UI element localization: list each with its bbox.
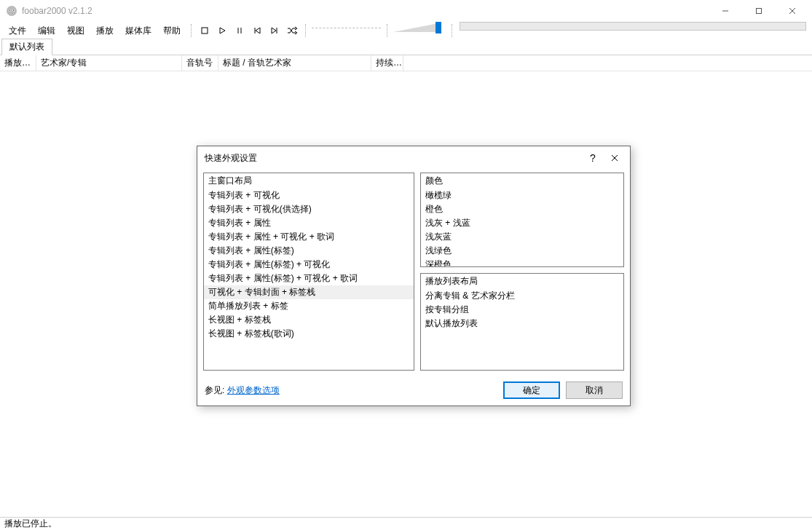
see-also-row: 参见: 外观参数选项 <box>205 384 497 397</box>
column-artist-album[interactable]: 艺术家/专辑 <box>36 55 182 71</box>
svg-rect-9 <box>202 28 208 33</box>
list-item[interactable]: 专辑列表 + 属性(标签) + 可视化 <box>204 258 414 272</box>
see-also-label: 参见: <box>205 385 224 395</box>
svg-point-4 <box>13 9 14 10</box>
playlist-layout-items[interactable]: 分离专辑 & 艺术家分栏按专辑分组默认播放列表 <box>421 289 623 370</box>
list-item[interactable]: 按专辑分组 <box>421 303 623 317</box>
column-playing[interactable]: 播放… <box>0 55 36 71</box>
list-item[interactable]: 橄榄绿 <box>421 189 623 202</box>
list-item[interactable]: 橙色 <box>421 202 623 216</box>
list-item[interactable]: 浅绿色 <box>421 244 623 258</box>
svg-point-0 <box>7 6 17 16</box>
maximize-button[interactable] <box>742 0 776 22</box>
list-item[interactable]: 浅灰 + 浅蓝 <box>421 216 623 230</box>
seek-slider[interactable] <box>312 22 381 33</box>
separator <box>304 22 307 39</box>
svg-marker-10 <box>220 28 225 33</box>
menu-file[interactable]: 文件 <box>3 23 32 39</box>
dialog-footer: 参见: 外观参数选项 确定 取消 <box>197 375 630 406</box>
separator <box>450 22 454 39</box>
list-item[interactable]: 专辑列表 + 可视化 <box>204 189 414 202</box>
minimize-button[interactable] <box>709 0 742 22</box>
column-track-no[interactable]: 音轨号 <box>182 55 218 71</box>
playlist-column-headers: 播放… 艺术家/专辑 音轨号 标题 / 音轨艺术家 持续… <box>0 55 812 71</box>
svg-marker-17 <box>393 23 438 32</box>
cancel-button[interactable]: 取消 <box>566 381 623 399</box>
playback-progress-bar[interactable] <box>460 22 806 31</box>
menu-library[interactable]: 媒体库 <box>119 23 157 39</box>
separator <box>385 22 389 39</box>
dialog-close-button[interactable] <box>604 149 626 167</box>
list-item[interactable]: 专辑列表 + 可视化(供选择) <box>204 202 414 216</box>
menu-edit[interactable]: 编辑 <box>32 23 61 39</box>
pause-button[interactable] <box>232 23 248 39</box>
menu-bar: 文件 编辑 视图 播放 媒体库 帮助 <box>0 22 189 39</box>
status-text: 播放已停止。 <box>4 518 57 530</box>
dialog-help-button[interactable]: ? <box>582 149 604 167</box>
list-item[interactable]: 长视图 + 标签栈(歌词) <box>204 327 414 341</box>
list-item[interactable]: 专辑列表 + 属性(标签) + 可视化 + 歌词 <box>204 272 414 285</box>
list-item[interactable]: 专辑列表 + 属性 <box>204 216 414 230</box>
close-button[interactable] <box>776 0 809 22</box>
app-icon <box>6 5 17 17</box>
dialog-title: 快速外观设置 <box>205 152 582 165</box>
tab-default-playlist[interactable]: 默认列表 <box>1 39 52 55</box>
column-duration[interactable]: 持续… <box>371 55 403 71</box>
volume-thumb[interactable] <box>435 22 441 33</box>
random-button[interactable] <box>284 23 300 39</box>
main-layout-header: 主窗口布局 <box>204 173 414 189</box>
menu-playback[interactable]: 播放 <box>90 23 119 39</box>
list-item[interactable]: 专辑列表 + 属性 + 可视化 + 歌词 <box>204 230 414 244</box>
list-item[interactable]: 深橙色 <box>421 258 623 266</box>
playlist-tabstrip: 默认列表 <box>0 39 812 55</box>
playback-toolbar <box>193 22 304 39</box>
svg-rect-6 <box>757 9 762 14</box>
list-item[interactable]: 专辑列表 + 属性(标签) <box>204 244 414 258</box>
dialog-titlebar: 快速外观设置 ? <box>197 146 630 170</box>
quick-appearance-dialog: 快速外观设置 ? 主窗口布局 专辑列表 + 可视化专辑列表 + 可视化(供选择)… <box>197 146 631 406</box>
list-item[interactable]: 可视化 + 专辑封面 + 标签栈 <box>204 285 414 299</box>
column-title-artist[interactable]: 标题 / 音轨艺术家 <box>218 55 371 71</box>
menu-help[interactable]: 帮助 <box>157 23 186 39</box>
playlist-layout-header: 播放列表布局 <box>421 274 623 289</box>
status-bar: 播放已停止。 <box>0 517 812 530</box>
dialog-body: 主窗口布局 专辑列表 + 可视化专辑列表 + 可视化(供选择)专辑列表 + 属性… <box>197 170 630 375</box>
title-bar: foobar2000 v2.1.2 <box>0 0 812 22</box>
stop-button[interactable] <box>197 23 213 39</box>
volume-ramp-icon <box>393 23 438 32</box>
menu-toolbar-row: 文件 编辑 视图 播放 媒体库 帮助 <box>0 22 812 39</box>
svg-point-3 <box>9 9 10 10</box>
play-button[interactable] <box>214 23 230 39</box>
list-item[interactable]: 浅灰蓝 <box>421 230 623 244</box>
colors-header: 颜色 <box>421 173 623 189</box>
list-item[interactable]: 简单播放列表 + 标签 <box>204 299 414 313</box>
list-item[interactable]: 分离专辑 & 艺术家分栏 <box>421 289 623 303</box>
colors-listbox[interactable]: 颜色 橄榄绿橙色浅灰 + 浅蓝浅灰蓝浅绿色深橙色深灰 + 橙 <box>420 173 624 267</box>
main-layout-items[interactable]: 专辑列表 + 可视化专辑列表 + 可视化(供选择)专辑列表 + 属性专辑列表 +… <box>204 189 414 370</box>
close-icon <box>611 154 618 162</box>
ok-button[interactable]: 确定 <box>503 381 560 399</box>
prev-button[interactable] <box>249 23 265 39</box>
next-button[interactable] <box>267 23 283 39</box>
column-spacer <box>403 55 812 71</box>
volume-slider[interactable] <box>393 22 446 33</box>
list-item[interactable]: 长视图 + 标签栈 <box>204 313 414 327</box>
colors-items[interactable]: 橄榄绿橙色浅灰 + 浅蓝浅灰蓝浅绿色深橙色深灰 + 橙 <box>421 189 623 266</box>
svg-marker-14 <box>256 28 260 33</box>
playlist-layout-listbox[interactable]: 播放列表布局 分离专辑 & 艺术家分栏按专辑分组默认播放列表 <box>420 273 624 371</box>
dialog-right-column: 颜色 橄榄绿橙色浅灰 + 浅蓝浅灰蓝浅绿色深橙色深灰 + 橙 播放列表布局 分离… <box>420 173 624 375</box>
list-item[interactable]: 默认播放列表 <box>421 317 623 331</box>
menu-view[interactable]: 视图 <box>61 23 90 39</box>
svg-marker-15 <box>272 28 276 33</box>
appearance-options-link[interactable]: 外观参数选项 <box>227 385 280 395</box>
main-layout-listbox[interactable]: 主窗口布局 专辑列表 + 可视化专辑列表 + 可视化(供选择)专辑列表 + 属性… <box>203 173 414 371</box>
window-title: foobar2000 v2.1.2 <box>22 6 709 16</box>
